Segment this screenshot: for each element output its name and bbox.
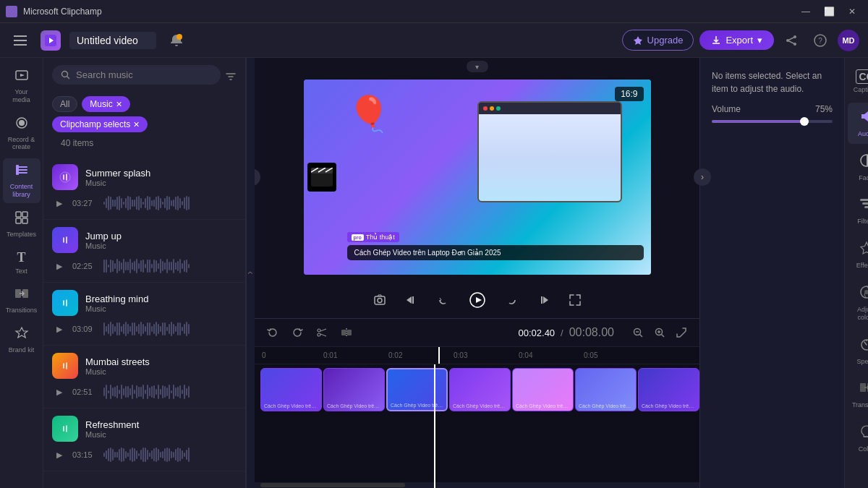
waveform-1: document.currentScript.insertAdjacentHTM… xyxy=(103,194,237,212)
svg-marker-6 xyxy=(634,36,642,45)
close-button[interactable]: ✕ xyxy=(842,4,862,19)
sidebar-item-your-media[interactable]: Your media xyxy=(3,64,41,108)
preview-nav-right[interactable]: › xyxy=(694,168,711,186)
forward-button[interactable] xyxy=(501,290,522,310)
track-clip[interactable]: Cách Ghép Video trên Laptop Đơn Giản 202… xyxy=(386,368,448,411)
sidebar-label-media: Your media xyxy=(6,88,38,104)
hamburger-menu-button[interactable] xyxy=(9,29,32,52)
play-button-2[interactable]: ▶ xyxy=(52,259,67,273)
upgrade-button[interactable]: Upgrade xyxy=(622,30,694,51)
share-button[interactable] xyxy=(780,29,803,52)
timeline-area: 00:02.40 / 00:08.00 xyxy=(255,318,699,488)
screenshot-button[interactable] xyxy=(370,290,390,310)
track-clip[interactable]: Cách Ghép Video trên Laptop Đơn Giản 202… xyxy=(575,368,637,411)
user-avatar[interactable]: MD xyxy=(838,30,859,51)
track-clip[interactable]: Cách Ghép Video trên Laptop Đơn Giản 202… xyxy=(638,368,699,411)
track-clip[interactable]: Cách Ghép Video trên Laptop Đơn Giản 202… xyxy=(512,368,574,411)
music-genre-2: Music xyxy=(85,241,237,250)
play-button-5[interactable]: ▶ xyxy=(52,448,67,462)
track-clip[interactable]: Cách Ghép Video trên Laptop Đơn Giản 202… xyxy=(260,368,322,411)
right-item-filters[interactable]: Filters xyxy=(848,190,869,231)
right-item-speed[interactable]: Speed xyxy=(848,330,869,372)
svg-point-37 xyxy=(378,299,382,303)
left-panel-header: All Music ✕ Clipchamp selects ✕ 40 items xyxy=(43,58,245,157)
sidebar-item-text[interactable]: T Text xyxy=(3,246,41,280)
list-item[interactable]: Jump up Music ▶ 02:25 document.currentSc… xyxy=(43,220,245,283)
sidebar-label-brand: Brand kit xyxy=(9,346,35,354)
right-item-captions[interactable]: CC Captions xyxy=(848,64,869,100)
filter-clipchamp-close[interactable]: ✕ xyxy=(133,120,140,129)
play-pause-button[interactable] xyxy=(465,288,490,312)
video-title[interactable]: Untitled video xyxy=(69,32,156,49)
right-item-audio[interactable]: Audio xyxy=(848,103,869,144)
minimize-button[interactable]: — xyxy=(796,4,816,19)
help-button[interactable]: ? xyxy=(809,29,832,52)
export-button[interactable]: Export ▾ xyxy=(699,30,774,50)
track-clip[interactable]: Cách Ghép Video trên Laptop Đơn Giản 202… xyxy=(449,368,511,411)
track-clip[interactable]: Cách Ghép Video trên Laptop Đơn Giản 202… xyxy=(323,368,385,411)
cut-button[interactable] xyxy=(312,323,331,342)
audio-no-selection-text: No items selected. Select an item to adj… xyxy=(712,69,833,95)
sidebar-item-transitions[interactable]: Transitions xyxy=(3,282,41,319)
timeline-scrollbar[interactable] xyxy=(260,483,405,487)
app-logo xyxy=(41,30,61,51)
zoom-in-button[interactable] xyxy=(650,323,669,342)
sidebar-item-templates[interactable]: Templates xyxy=(3,206,41,243)
search-box xyxy=(52,65,221,85)
maximize-button[interactable]: ⬜ xyxy=(819,4,839,19)
audio-settings-panel: No items selected. Select an item to adj… xyxy=(699,58,844,488)
search-input[interactable] xyxy=(76,69,212,80)
filter-button[interactable] xyxy=(225,71,237,85)
right-item-effects[interactable]: Effects xyxy=(848,234,869,275)
fullscreen-button[interactable] xyxy=(565,290,585,310)
right-item-fade[interactable]: Fade xyxy=(848,147,869,188)
media-icon xyxy=(14,68,29,86)
timeline-tracks[interactable]: Cách Ghép Video trên Laptop Đơn Giản 202… xyxy=(255,364,699,488)
waveform-5: document.currentScript.insertAdjacentHTM… xyxy=(103,446,237,463)
rewind-button[interactable] xyxy=(433,290,454,310)
sidebar-label-transitions: Transitions xyxy=(6,307,38,314)
right-item-adjust-colors[interactable]: Adjust colors xyxy=(848,278,869,328)
music-thumb-4 xyxy=(52,353,78,379)
list-item[interactable]: Mumbai streets Music ▶ 02:51 document.cu… xyxy=(43,346,245,408)
play-button-1[interactable]: ▶ xyxy=(52,196,67,210)
svg-line-55 xyxy=(662,335,665,338)
sidebar-item-content-library[interactable]: Content library xyxy=(3,158,41,203)
play-button-3[interactable]: ▶ xyxy=(52,322,67,336)
clapperboard-decoration xyxy=(307,163,336,192)
filter-all-tag[interactable]: All xyxy=(52,96,77,112)
expand-timeline-button[interactable] xyxy=(672,323,691,342)
skip-forward-button[interactable] xyxy=(533,290,553,310)
sidebar-item-record-create[interactable]: Record & create xyxy=(3,111,41,156)
effects-icon xyxy=(859,240,869,260)
volume-slider[interactable] xyxy=(712,120,833,123)
right-item-color[interactable]: Color xyxy=(848,418,869,459)
filter-music-tag[interactable]: Music ✕ xyxy=(82,96,129,112)
svg-point-5 xyxy=(176,34,182,40)
right-item-transition[interactable]: Transition xyxy=(848,374,869,415)
skip-back-button[interactable] xyxy=(401,290,422,310)
sidebar-item-brand-kit[interactable]: Brand kit xyxy=(3,322,41,359)
record-icon xyxy=(14,116,29,134)
filter-clipchamp-tag[interactable]: Clipchamp selects ✕ xyxy=(52,116,148,132)
music-thumb-5 xyxy=(52,416,78,442)
header: Untitled video Upgrade Export ▾ ? MD xyxy=(0,23,868,58)
volume-slider-thumb[interactable] xyxy=(800,117,809,126)
filter-music-close[interactable]: ✕ xyxy=(116,100,122,109)
timeline-expand[interactable]: ▾ xyxy=(255,58,699,72)
zoom-out-button[interactable] xyxy=(629,323,647,342)
list-item[interactable]: Breathing mind Music ▶ 03:09 document.cu… xyxy=(43,283,245,346)
panel-collapse-handle[interactable]: ‹ xyxy=(246,58,255,488)
redo-button[interactable] xyxy=(288,323,307,342)
undo-button[interactable] xyxy=(263,323,282,342)
preview-nav-left[interactable]: ‹ xyxy=(255,168,260,186)
titlebar: Microsoft Clipchamp — ⬜ ✕ xyxy=(0,0,868,23)
play-button-4[interactable]: ▶ xyxy=(52,385,67,399)
music-thumb-1 xyxy=(52,164,78,190)
list-item[interactable]: Summer splash Music ▶ 03:27 document.cur… xyxy=(43,157,245,220)
list-item[interactable]: Refreshment Music ▶ 03:15 document.curre… xyxy=(43,408,245,471)
playhead-marker[interactable] xyxy=(434,347,444,364)
notifications-button[interactable] xyxy=(165,29,188,52)
split-button[interactable] xyxy=(337,323,356,342)
captions-label: Captions xyxy=(854,86,868,94)
